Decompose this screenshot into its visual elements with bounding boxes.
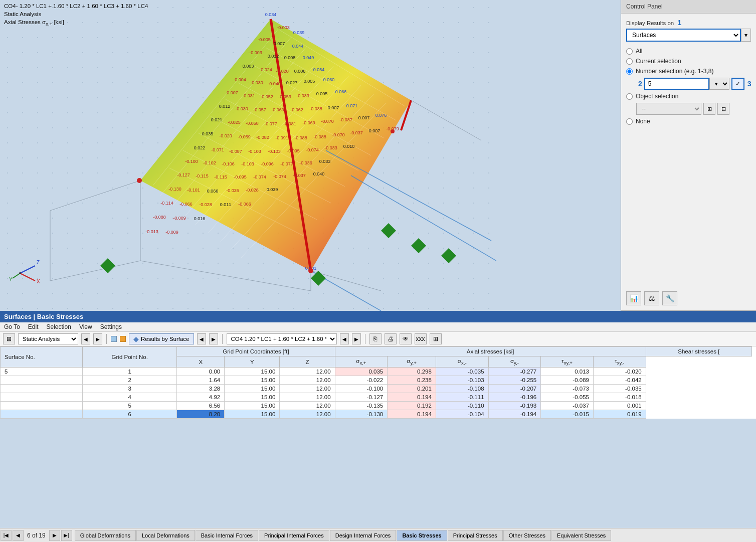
svg-text:0.060: 0.060 (323, 77, 335, 82)
nav-tab-principal-stresses[interactable]: Principal Stresses (448, 530, 503, 541)
export-icon[interactable]: ⎘ (369, 333, 382, 344)
table-cell: 5 (1, 368, 83, 376)
object-btn-2[interactable]: ⊟ (717, 103, 729, 115)
table-cell: 6.56 (177, 402, 225, 410)
svg-text:-0.115: -0.115 (214, 174, 227, 179)
table-cell: -0.103 (436, 376, 488, 385)
surface-next[interactable]: ▶ (209, 333, 218, 344)
radio-none[interactable]: None (626, 118, 751, 125)
bottom-nav: |◀ ◀ 6 of 19 ▶ ▶| Global DeformationsLoc… (0, 528, 756, 542)
nav-tab-basic-stresses[interactable]: Basic Stresses (397, 530, 447, 541)
object-btn-1[interactable]: ⊞ (703, 103, 715, 115)
cp-icon-chart[interactable]: 📊 (626, 291, 641, 305)
table-row[interactable]: 44.9215.0012.00-0.1270.194-0.111-0.196-0… (1, 393, 752, 402)
table-cell: 0.013 (541, 368, 594, 376)
svg-text:0.022: 0.022 (194, 145, 206, 150)
table-cell: 15.00 (225, 368, 280, 376)
analysis-prev[interactable]: ◀ (81, 333, 90, 344)
equation-line: CO4- 1.20 * LC1 + 1.60 * LC2 + 1.60 * LC… (4, 2, 492, 10)
menu-settings[interactable]: Settings (100, 323, 122, 330)
svg-text:-0.013: -0.013 (145, 229, 158, 234)
radio-object-selection[interactable]: Object selection (626, 93, 751, 100)
svg-text:0.008: 0.008 (284, 55, 296, 60)
svg-text:0.010: 0.010 (343, 144, 355, 149)
cp-icon-settings[interactable]: 🔧 (662, 291, 677, 305)
table-icon[interactable]: ⊞ (3, 333, 15, 344)
menu-selection[interactable]: Selection (47, 323, 71, 330)
table-cell: 0.001 (593, 402, 646, 410)
table-cell: 4 (83, 393, 177, 402)
object-dropdown[interactable]: -- (636, 103, 701, 115)
table-cell: 3 (83, 385, 177, 393)
separator-2 (222, 334, 223, 344)
cp-icon-scale[interactable]: ⚖ (644, 291, 659, 305)
surfaces-dropdown-arrow[interactable]: ▾ (741, 29, 751, 42)
analysis-next[interactable]: ▶ (93, 333, 102, 344)
svg-text:0.012: 0.012 (268, 54, 279, 59)
nav-next[interactable]: ▶ (49, 530, 60, 541)
svg-text:0.066: 0.066 (207, 189, 219, 194)
svg-text:0.035: 0.035 (202, 131, 214, 136)
nav-tab-local-deformations[interactable]: Local Deformations (136, 530, 195, 541)
svg-text:-0.130: -0.130 (168, 187, 181, 192)
menu-goto[interactable]: Go To (4, 323, 20, 330)
top-info: CO4- 1.20 * LC1 + 1.60 * LC2 + 1.60 * LC… (0, 0, 496, 30)
nav-tab-basic-internal-forces[interactable]: Basic Internal Forces (196, 530, 258, 541)
svg-text:-0.127: -0.127 (177, 172, 190, 177)
print-icon[interactable]: 🖨 (385, 333, 397, 344)
svg-text:0.005: 0.005 (304, 79, 315, 84)
table-cell: 15.00 (225, 402, 280, 410)
view-icon[interactable]: 👁 (400, 333, 412, 344)
table-row[interactable]: 56.5615.0012.00-0.1350.192-0.110-0.193-0… (1, 402, 752, 410)
table-row[interactable]: 68.2015.0012.00-0.1300.194-0.104-0.194-0… (1, 410, 752, 419)
table-cell (1, 376, 83, 385)
col-sx-plus: σx,+ (335, 356, 388, 368)
radio-number-selection[interactable]: Number selection (e.g. 1-3,8) (626, 68, 751, 75)
number-confirm-button[interactable]: ✓ (731, 78, 744, 90)
svg-text:-0.025: -0.025 (228, 120, 241, 125)
surfaces-dropdown[interactable]: Surfaces (626, 29, 741, 42)
combo-next[interactable]: ▶ (352, 333, 361, 344)
results-by-surface-button[interactable]: ◆ Results by Surface (129, 333, 194, 344)
svg-text:-0.033: -0.033 (324, 145, 337, 150)
svg-text:-0.077: -0.077 (280, 161, 293, 166)
table-cell: 15.00 (225, 393, 280, 402)
nav-prev[interactable]: ◀ (13, 530, 24, 541)
nav-tab-equivalent-stresses[interactable]: Equivalent Stresses (551, 530, 611, 541)
nav-tab-global-deformations[interactable]: Global Deformations (75, 530, 136, 541)
svg-text:-0.115: -0.115 (196, 173, 209, 178)
svg-text:0.040: 0.040 (313, 171, 325, 176)
table-row[interactable]: 510.0015.0012.000.0350.298-0.035-0.2770.… (1, 368, 752, 376)
combo-prev[interactable]: ◀ (340, 333, 349, 344)
svg-point-134 (137, 178, 142, 183)
radio-current-selection[interactable]: Current selection (626, 58, 751, 65)
col-grid-no: Grid Point No. (83, 347, 177, 368)
nav-first[interactable]: |◀ (1, 530, 12, 541)
table-cell: 15.00 (225, 410, 280, 419)
svg-text:-0.030: -0.030 (250, 80, 263, 85)
nav-tab-design-internal-forces[interactable]: Design Internal Forces (330, 530, 397, 541)
svg-text:0.044: 0.044 (292, 44, 304, 49)
menu-edit[interactable]: Edit (28, 323, 39, 330)
nav-tab-other-stresses[interactable]: Other Stresses (503, 530, 551, 541)
surface-prev[interactable]: ◀ (197, 333, 206, 344)
table-row[interactable]: 33.2815.0012.00-0.1000.201-0.108-0.207-0… (1, 385, 752, 393)
radio-all[interactable]: All (626, 48, 751, 55)
menu-view[interactable]: View (79, 323, 92, 330)
table-cell (1, 385, 83, 393)
svg-text:-0.102: -0.102 (203, 160, 216, 165)
filter-icon[interactable]: xxx (415, 333, 427, 344)
nav-last[interactable]: ▶| (61, 530, 72, 541)
nav-tab-principal-internal-forces[interactable]: Principal Internal Forces (259, 530, 329, 541)
combo-select[interactable]: CO4 1.20 * LC1 + 1.60 * LC2 + 1.60 * … (227, 333, 337, 344)
table-row[interactable]: 21.6415.0012.00-0.0220.238-0.103-0.255-0… (1, 376, 752, 385)
analysis-type-line: Static Analysis (4, 10, 492, 18)
number-input[interactable] (644, 78, 709, 90)
svg-text:-0.114: -0.114 (160, 201, 173, 206)
col-axial-header: Axial stresses [ksi] (335, 347, 646, 356)
table-cell: 12.00 (280, 410, 335, 419)
number-dropdown[interactable]: ▾ (709, 78, 729, 90)
svg-text:-0.069: -0.069 (302, 120, 315, 125)
grid-icon[interactable]: ⊞ (430, 333, 442, 344)
analysis-type-select[interactable]: Static Analysis (18, 333, 78, 344)
